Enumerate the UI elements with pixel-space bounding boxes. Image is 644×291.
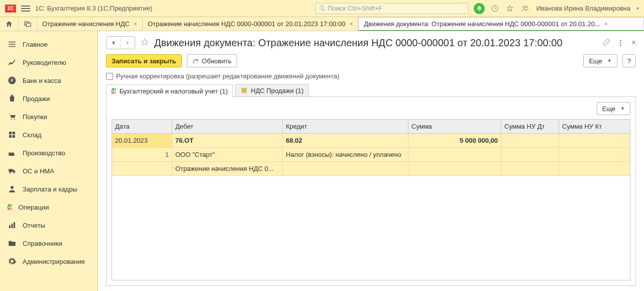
cell-credit-sub2	[283, 162, 408, 175]
star-icon[interactable]	[505, 4, 515, 14]
cell-nu-kt	[559, 134, 630, 147]
button-label: ?	[627, 57, 631, 65]
sidebar-item-label: Операции	[19, 204, 49, 211]
chevron-down-icon: ▼	[607, 58, 612, 63]
bag-icon	[8, 94, 17, 103]
sidebar-item-label: Производство	[23, 149, 65, 157]
col-sum-nu-kt[interactable]: Сумма НУ Кт	[559, 120, 630, 133]
grid-body[interactable]: 20.01.2023 76.ОТ 68.02 5 000 000,00 1 ОО…	[112, 134, 630, 280]
history-icon[interactable]	[490, 4, 500, 14]
svg-point-1	[523, 6, 525, 8]
sidebar-item-label: Покупки	[23, 113, 47, 121]
titlebar: 1C 1С: Бухгалтерия 8.3 (1С:Предприятие) …	[0, 0, 644, 17]
register-tabs: ДтКт Бухгалтерский и налоговый учет (1) …	[106, 84, 636, 97]
person-icon	[8, 184, 17, 193]
close-button[interactable]: ×	[631, 38, 636, 47]
refresh-button[interactable]: Обновить	[187, 54, 237, 67]
svg-point-13	[10, 172, 11, 173]
notifications-button[interactable]	[474, 3, 485, 14]
content-area: Движения документа: Отражение начисления…	[98, 31, 644, 291]
chart-icon	[8, 58, 17, 67]
truck-icon	[8, 166, 17, 175]
svg-rect-18	[14, 222, 15, 228]
tab-label: Бухгалтерский и налоговый учет (1)	[120, 87, 228, 95]
cell-empty	[112, 162, 172, 175]
cell-nu-dt	[501, 148, 559, 161]
checkbox-label: Ручная корректировка (разрешает редактир…	[116, 72, 340, 80]
chevron-down-icon: ▼	[620, 106, 625, 111]
panel-more-button[interactable]: Еще ▼	[597, 102, 630, 115]
tab-reflect-vat[interactable]: Отражение начисления НДС ×	[37, 17, 143, 31]
col-debit[interactable]: Дебет	[172, 120, 283, 133]
sidebar-item-sales[interactable]: Продажи	[0, 89, 97, 108]
tab-label: Движения документа: Отражение начисления…	[364, 20, 600, 28]
button-label: Еще	[589, 57, 602, 65]
col-date[interactable]: Дата	[112, 120, 172, 133]
sidebar-item-purchases[interactable]: Покупки	[0, 108, 97, 126]
sidebar-item-label: Склад	[23, 131, 42, 139]
dtkt-icon: ДтКт	[8, 204, 13, 211]
svg-rect-17	[12, 224, 13, 228]
sidebar-item-manager[interactable]: Руководителю	[0, 53, 97, 71]
close-icon[interactable]: ×	[134, 21, 137, 28]
sidebar-item-label: Отчеты	[23, 222, 45, 229]
sidebar-item-main[interactable]: Главное	[0, 35, 97, 53]
chevron-down-icon[interactable]: ▾	[636, 6, 639, 11]
dtkt-icon: ДтКт	[112, 87, 117, 94]
save-and-close-button[interactable]: Записать и закрыть	[106, 54, 182, 67]
button-label: Еще	[602, 105, 615, 113]
home-button[interactable]	[0, 17, 19, 31]
menu-icon[interactable]	[21, 4, 30, 13]
sidebar-item-refs[interactable]: Справочники	[0, 234, 97, 252]
sidebar: Главное Руководителю ₽ Банк и касса Прод…	[0, 31, 98, 291]
search-input[interactable]: Поиск Ctrl+Shift+F	[315, 3, 469, 14]
search-placeholder: Поиск Ctrl+Shift+F	[328, 5, 382, 12]
sidebar-item-os[interactable]: ОС и НМА	[0, 162, 97, 180]
app-title: 1С: Бухгалтерия 8.3 (1С:Предприятие)	[35, 5, 152, 12]
col-sum[interactable]: Сумма	[408, 120, 501, 133]
register-panel: Еще ▼ Дата Дебет Кредит Сумма Сумма НУ Д…	[106, 97, 636, 286]
search-icon	[319, 5, 326, 12]
nav-forward-button	[121, 37, 135, 49]
table-row[interactable]: 1 ООО "Старт" Налог (взносы): начислено …	[112, 148, 630, 162]
table-row[interactable]: 20.01.2023 76.ОТ 68.02 5 000 000,00	[112, 134, 630, 148]
logo-1c: 1C	[5, 5, 16, 13]
tab-vat-sales[interactable]: НДС Продажи (1)	[235, 84, 309, 96]
user-icon[interactable]	[520, 4, 530, 14]
more-menu-button[interactable]	[617, 40, 624, 46]
help-button[interactable]: ?	[622, 54, 636, 67]
cell-sum	[408, 148, 501, 161]
sidebar-item-production[interactable]: Производство	[0, 144, 97, 162]
sidebar-item-payroll[interactable]: Зарплата и кадры	[0, 180, 97, 198]
favorite-button[interactable]	[140, 38, 149, 48]
close-icon[interactable]: ×	[604, 21, 608, 28]
more-button[interactable]: Еще ▼	[583, 54, 617, 67]
close-icon[interactable]: ×	[349, 21, 353, 28]
manual-correction-checkbox[interactable]: Ручная корректировка (разрешает редактир…	[106, 72, 636, 80]
sidebar-item-bank[interactable]: ₽ Банк и касса	[0, 71, 97, 89]
sidebar-item-stock[interactable]: Склад	[0, 126, 97, 144]
gear-icon	[8, 257, 17, 266]
username[interactable]: Иванова Ирина Владимировна	[536, 5, 630, 12]
svg-rect-10	[13, 132, 15, 134]
windows-button[interactable]	[19, 17, 37, 31]
cell-credit-sub: Налог (взносы): начислено / уплачено	[283, 148, 408, 161]
bars-icon	[8, 221, 17, 230]
nav-back-button[interactable]	[106, 37, 121, 49]
svg-text:₽: ₽	[11, 78, 14, 83]
tab-accounting[interactable]: ДтКт Бухгалтерский и налоговый учет (1)	[106, 84, 233, 97]
cell-sum: 5 000 000,00	[408, 134, 501, 147]
sidebar-item-operations[interactable]: ДтКт Операции	[0, 198, 97, 216]
sidebar-item-label: Справочники	[23, 240, 62, 247]
cell-nu-kt	[559, 148, 630, 161]
cell-debit-sub2: Отражение начисления НДС 0...	[172, 162, 283, 175]
col-credit[interactable]: Кредит	[283, 120, 408, 133]
sidebar-item-admin[interactable]: Администрирование	[0, 252, 97, 270]
nav-buttons	[106, 36, 135, 49]
col-sum-nu-dt[interactable]: Сумма НУ Дт	[501, 120, 559, 133]
tab-document-movements[interactable]: Движения документа: Отражение начисления…	[358, 17, 644, 31]
tab-reflect-vat-doc[interactable]: Отражение начисления НДС 0000-000001 от …	[143, 17, 359, 31]
table-row[interactable]: Отражение начисления НДС 0...	[112, 162, 630, 176]
sidebar-item-reports[interactable]: Отчеты	[0, 216, 97, 234]
link-icon[interactable]	[602, 38, 610, 48]
